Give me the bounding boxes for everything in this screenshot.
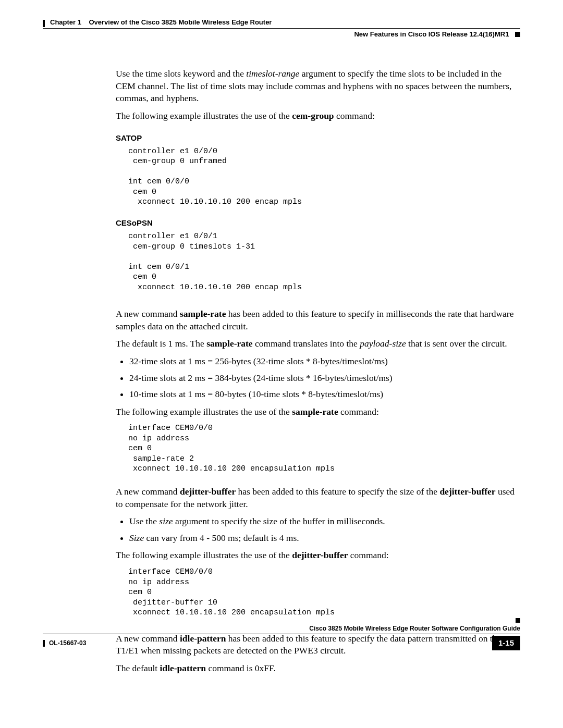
page-number: 1-15: [492, 636, 520, 650]
chapter-label: Chapter 1: [50, 18, 81, 27]
bullet-list-payload: 32-time slots at 1 ms = 256-bytes (32-ti…: [116, 355, 520, 401]
heading-satop: SATOP: [116, 133, 520, 143]
paragraph-idlepattern-default: The default idle-pattern command is 0xFF…: [116, 662, 520, 675]
paragraph-cemgroup-intro: The following example illustrates the us…: [116, 110, 520, 122]
footer-square-icon: [516, 618, 520, 623]
bullet-list-dejitter: Use the size argument to specify the siz…: [116, 515, 520, 544]
list-item: 32-time slots at 1 ms = 256-bytes (32-ti…: [129, 355, 520, 368]
paragraph-samplerate-default: The default is 1 ms. The sample-rate com…: [116, 338, 520, 350]
paragraph-dejitter-example: The following example illustrates the us…: [116, 549, 520, 562]
section-title: New Features in Cisco IOS Release 12.4(1…: [354, 30, 509, 38]
code-samplerate: interface CEM0/0/0 no ip address cem 0 s…: [128, 423, 520, 474]
header-square-icon: [515, 32, 520, 37]
heading-cesopsn: CESoPSN: [116, 218, 520, 228]
list-item: Use the size argument to specify the siz…: [129, 515, 520, 528]
header-rule-mark: [43, 20, 45, 27]
paragraph-dejitter-new: A new command dejitter-buffer has been a…: [116, 486, 520, 510]
page-footer: Cisco 3825 Mobile Wireless Edge Router S…: [43, 624, 520, 650]
list-item: 24-time slots at 2 ms = 384-bytes (24-ti…: [129, 372, 520, 385]
paragraph-timeslot: Use the time slots keyword and the times…: [116, 68, 520, 105]
page-body: Use the time slots keyword and the times…: [116, 68, 520, 674]
footer-doc-id: OL-15667-03: [43, 639, 86, 647]
code-cesopsn: controller e1 0/0/1 cem-group 0 timeslot…: [128, 231, 520, 292]
header-rule: [43, 28, 520, 29]
paragraph-samplerate-new: A new command sample-rate has been added…: [116, 308, 520, 332]
list-item: Size can vary from 4 - 500 ms; default i…: [129, 532, 520, 545]
footer-book-title: Cisco 3825 Mobile Wireless Edge Router S…: [43, 624, 520, 633]
chapter-title: Overview of the Cisco 3825 Mobile Wirele…: [89, 18, 272, 27]
list-item: 10-time slots at 1 ms = 80-bytes (10-tim…: [129, 388, 520, 401]
code-satop: controller e1 0/0/0 cem-group 0 unframed…: [128, 146, 520, 207]
code-dejitter: interface CEM0/0/0 no ip address cem 0 d…: [128, 567, 520, 618]
footer-rule: [43, 634, 520, 634]
running-header-line2: New Features in Cisco IOS Release 12.4(1…: [43, 30, 520, 39]
paragraph-samplerate-example: The following example illustrates the us…: [116, 406, 520, 418]
footer-rule-mark: [43, 640, 45, 647]
running-header-line1: Chapter 1 Overview of the Cisco 3825 Mob…: [43, 18, 520, 27]
